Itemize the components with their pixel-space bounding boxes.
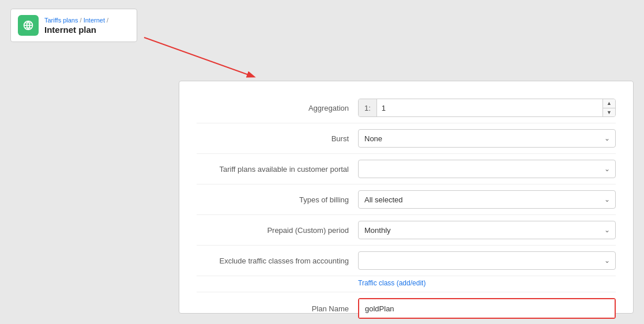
plan-name-input[interactable] (359, 299, 615, 318)
aggregation-control: 1: ▲ ▼ (358, 99, 616, 117)
exclude-traffic-select-wrapper: ⌄ (358, 251, 616, 270)
aggregation-prefix: 1: (359, 99, 377, 116)
tariff-plans-select[interactable] (358, 160, 616, 178)
prepaid-period-control: Monthly ⌄ (358, 221, 616, 239)
prepaid-period-row: Prepaid (Custom) period Monthly ⌄ (197, 215, 616, 246)
breadcrumb-card: Tariffs plans / Internet / Internet plan (10, 9, 137, 42)
burst-control: None ⌄ (358, 129, 616, 148)
aggregation-spinners: ▲ ▼ (602, 99, 615, 116)
plan-name-label: Plan Name (197, 304, 358, 313)
aggregation-input[interactable] (377, 104, 602, 112)
aggregation-field: 1: ▲ ▼ (358, 99, 616, 117)
arrow-decoration (138, 32, 288, 84)
breadcrumb-internet-link[interactable]: Internet (84, 17, 105, 24)
types-of-billing-control: All selected ⌄ (358, 190, 616, 209)
aggregation-up-button[interactable]: ▲ (603, 99, 615, 108)
breadcrumb-path: Tariffs plans / Internet / (44, 17, 108, 24)
types-of-billing-select[interactable]: All selected (358, 190, 616, 209)
prepaid-period-select[interactable]: Monthly (358, 221, 616, 239)
burst-select[interactable]: None (358, 129, 616, 148)
burst-row: Burst None ⌄ (197, 123, 616, 154)
tariff-plans-label: Tariff plans available in customer porta… (197, 165, 358, 174)
form-panel: Aggregation 1: ▲ ▼ Burst None ⌄ T (179, 81, 634, 314)
prepaid-period-select-wrapper: Monthly ⌄ (358, 221, 616, 239)
plan-name-row: Plan Name (197, 292, 616, 324)
tariff-plans-row: Tariff plans available in customer porta… (197, 154, 616, 184)
traffic-class-control: Traffic class (add/edit) (358, 278, 616, 287)
exclude-traffic-select[interactable] (358, 251, 616, 270)
page-title: Internet plan (44, 25, 108, 35)
breadcrumb-tariffs-link[interactable]: Tariffs plans (44, 17, 78, 24)
traffic-class-row: Traffic class (add/edit) (197, 276, 616, 292)
traffic-class-link[interactable]: Traffic class (add/edit) (358, 279, 425, 287)
types-of-billing-label: Types of billing (197, 195, 358, 204)
tariff-plans-control: ⌄ (358, 160, 616, 178)
burst-label: Burst (197, 134, 358, 143)
types-of-billing-row: Types of billing All selected ⌄ (197, 184, 616, 215)
internet-plan-icon (18, 15, 39, 36)
exclude-traffic-control: ⌄ (358, 251, 616, 270)
types-of-billing-select-wrapper: All selected ⌄ (358, 190, 616, 209)
prepaid-period-label: Prepaid (Custom) period (197, 226, 358, 235)
tariff-plans-select-wrapper: ⌄ (358, 160, 616, 178)
breadcrumb-text: Tariffs plans / Internet / Internet plan (44, 17, 108, 35)
exclude-traffic-row: Exclude traffic classes from accounting … (197, 246, 616, 276)
burst-select-wrapper: None ⌄ (358, 129, 616, 148)
aggregation-row: Aggregation 1: ▲ ▼ (197, 93, 616, 123)
aggregation-label: Aggregation (197, 104, 358, 112)
plan-name-wrapper (358, 298, 616, 319)
exclude-traffic-label: Exclude traffic classes from accounting (197, 257, 358, 265)
aggregation-down-button[interactable]: ▼ (603, 108, 615, 117)
